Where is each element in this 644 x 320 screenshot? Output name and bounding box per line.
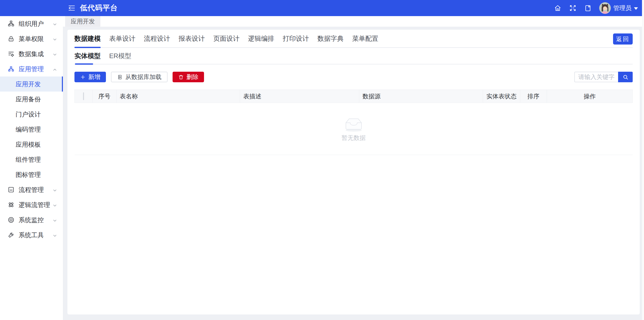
sidebar-item-process-management[interactable]: 流程管理 <box>0 182 63 197</box>
column-header-sort: 排序 <box>520 90 547 103</box>
tab-print-design[interactable]: 打印设计 <box>283 29 309 48</box>
back-button[interactable]: 返回 <box>613 33 633 45</box>
chevron-down-icon <box>52 36 57 41</box>
tab-data-modeling[interactable]: 数据建模 <box>74 29 101 48</box>
tab-page-design[interactable]: 页面设计 <box>213 29 239 48</box>
add-button-label: 新增 <box>88 73 100 81</box>
sidebar-subitem-label: 组件管理 <box>16 155 41 164</box>
tab-process-design[interactable]: 流程设计 <box>144 29 170 48</box>
atom-icon <box>8 201 15 208</box>
sidebar-subitem-code-management[interactable]: 编码管理 <box>0 122 63 137</box>
tab-data-dictionary[interactable]: 数据字典 <box>317 29 344 48</box>
delete-button-label: 删除 <box>186 73 198 81</box>
sidebar-item-label: 流程管理 <box>19 186 44 194</box>
load-button-label: 从数据库加载 <box>125 73 162 81</box>
menu-fold-icon[interactable] <box>68 4 75 12</box>
sidebar-subitem-portal-design[interactable]: 门户设计 <box>0 107 63 122</box>
select-all-cell <box>75 90 93 103</box>
add-button[interactable]: 新增 <box>74 72 106 82</box>
subtab-entity-model[interactable]: 实体模型 <box>74 48 101 64</box>
sidebar-item-menu-permissions[interactable]: 菜单权限 <box>0 31 63 46</box>
fullscreen-icon[interactable] <box>569 4 577 12</box>
column-header-actions: 操作 <box>547 90 633 103</box>
column-header-entity-status: 实体表状态 <box>483 90 520 103</box>
sidebar-item-system-monitor[interactable]: 系统监控 <box>0 212 63 227</box>
monitor-eye-icon <box>8 216 15 223</box>
sidebar-item-label: 菜单权限 <box>19 35 44 43</box>
sidebar-item-app-management[interactable]: 应用管理 <box>0 61 63 76</box>
process-chart-icon <box>8 186 15 193</box>
sidebar-item-label: 系统监控 <box>19 216 44 224</box>
sidebar-subitem-app-template[interactable]: 应用模板 <box>0 137 63 152</box>
delete-button[interactable]: 删除 <box>173 72 204 82</box>
header-left: 低代码平台 <box>68 0 118 16</box>
sidebar-subitem-app-development[interactable]: 应用开发 <box>0 76 63 92</box>
app-title: 低代码平台 <box>80 3 118 13</box>
content-card: 数据建模 表单设计 流程设计 报表设计 页面设计 逻辑编排 打印设计 数据字典 … <box>67 30 640 314</box>
chevron-down-icon <box>52 232 57 237</box>
sidebar-subitem-label: 图标管理 <box>16 171 41 179</box>
empty-inbox-icon <box>342 116 365 132</box>
select-all-checkbox[interactable] <box>83 92 84 100</box>
search-icon <box>622 74 629 80</box>
sidebar-subitem-component-management[interactable]: 组件管理 <box>0 152 63 167</box>
sidebar-item-label: 组织用户 <box>19 20 44 28</box>
sidebar-item-logic-flow[interactable]: 逻辑流管理 <box>0 197 63 212</box>
tab-report-design[interactable]: 报表设计 <box>179 29 205 48</box>
app-management-icon <box>8 65 15 72</box>
empty-text: 暂无数据 <box>342 134 366 142</box>
sidebar-subitem-label: 应用开发 <box>16 80 41 88</box>
search-input[interactable] <box>574 72 618 82</box>
page-tab-app-development[interactable]: 应用开发 <box>65 16 100 27</box>
caret-down-icon <box>634 7 638 10</box>
column-header-data-source: 数据源 <box>359 90 483 103</box>
empty-state: 暂无数据 <box>75 116 633 142</box>
column-header-table-description: 表描述 <box>240 90 359 103</box>
plus-icon <box>80 74 86 80</box>
org-chart-icon <box>8 20 15 27</box>
tab-form-design[interactable]: 表单设计 <box>109 29 135 48</box>
tab-menu-config[interactable]: 菜单配置 <box>352 29 378 48</box>
lock-icon <box>8 35 15 42</box>
designer-tabs: 数据建模 表单设计 流程设计 报表设计 页面设计 逻辑编排 打印设计 数据字典 … <box>74 30 633 48</box>
sidebar-subitem-label: 门户设计 <box>16 110 41 118</box>
search-group <box>574 72 633 82</box>
header-right: 管理员 <box>554 0 638 16</box>
subtab-er-model[interactable]: ER模型 <box>109 48 131 64</box>
entity-table: 序号 表名称 表描述 数据源 实体表状态 排序 操作 <box>74 90 633 155</box>
sidebar-subitem-label: 应用备份 <box>16 95 41 103</box>
scrollbar[interactable] <box>642 0 644 320</box>
user-name[interactable]: 管理员 <box>613 4 631 12</box>
search-button[interactable] <box>618 72 633 82</box>
sidebar-item-label: 应用管理 <box>19 65 44 73</box>
wrench-icon <box>8 231 15 238</box>
sidebar-item-data-integration[interactable]: 数据集成 <box>0 46 63 61</box>
empty-row: 暂无数据 <box>75 103 633 155</box>
sidebar-subitem-app-backup[interactable]: 应用备份 <box>0 92 63 107</box>
toolbar: 新增 从数据库加载 删除 <box>74 72 633 82</box>
sidebar-item-label: 逻辑流管理 <box>19 201 50 209</box>
chevron-up-icon <box>52 66 57 71</box>
load-from-database-button[interactable]: 从数据库加载 <box>111 72 168 82</box>
sidebar: 组织用户 菜单权限 数据集成 应用管理 应用开发 应用备份 门户设计 编码管理 … <box>0 16 63 320</box>
user-menu[interactable]: 管理员 <box>599 2 638 14</box>
document-icon[interactable] <box>584 4 592 12</box>
sidebar-subitem-label: 应用模板 <box>16 140 41 149</box>
sidebar-item-system-tools[interactable]: 系统工具 <box>0 227 63 243</box>
tab-logic-arrangement[interactable]: 逻辑编排 <box>248 29 274 48</box>
trash-icon <box>178 74 184 80</box>
column-header-index: 序号 <box>93 90 116 103</box>
chevron-down-icon <box>52 21 57 26</box>
sidebar-item-org-users[interactable]: 组织用户 <box>0 16 63 31</box>
avatar[interactable] <box>599 2 611 14</box>
home-icon[interactable] <box>554 4 561 12</box>
chevron-down-icon <box>52 187 57 192</box>
sidebar-subitem-icon-management[interactable]: 图标管理 <box>0 167 63 182</box>
chevron-down-icon <box>52 202 57 207</box>
chevron-down-icon <box>52 51 57 56</box>
content-area: 数据建模 表单设计 流程设计 报表设计 页面设计 逻辑编排 打印设计 数据字典 … <box>63 27 644 320</box>
sidebar-item-label: 系统工具 <box>19 231 44 239</box>
table-header-row: 序号 表名称 表描述 数据源 实体表状态 排序 操作 <box>75 90 633 103</box>
model-subtabs: 实体模型 ER模型 <box>74 48 633 64</box>
column-header-table-name: 表名称 <box>116 90 240 103</box>
